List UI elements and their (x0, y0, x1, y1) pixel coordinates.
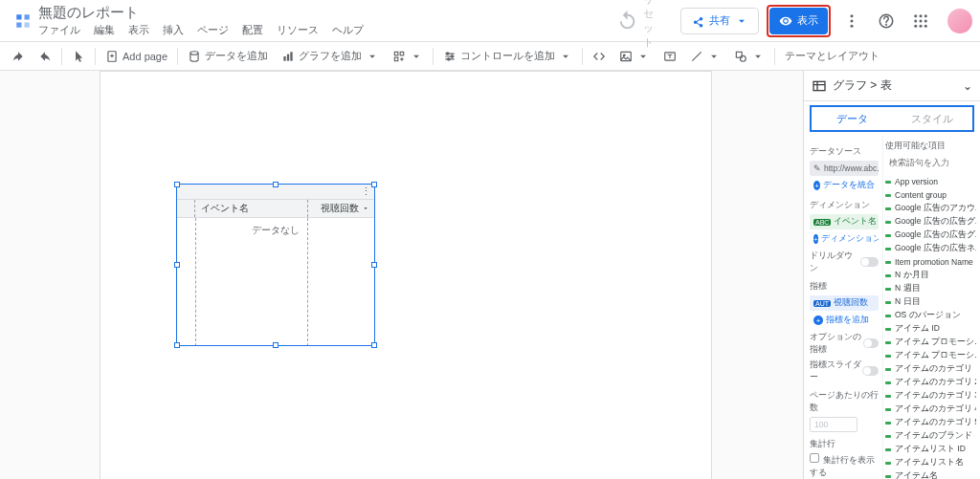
section-rows: ページあたりの行数 (810, 389, 879, 414)
fields-label: 使用可能な項目 (885, 140, 976, 152)
report-title[interactable]: 無題のレポート (38, 4, 364, 22)
svg-rect-25 (394, 57, 398, 61)
resize-handle[interactable] (273, 342, 278, 348)
field-item[interactable]: アイテム プロモーシ... (885, 349, 976, 362)
svg-rect-22 (290, 52, 292, 60)
menu-file[interactable]: ファイル (38, 24, 80, 37)
field-item[interactable]: N 日目 (885, 295, 976, 309)
menu-arrange[interactable]: 配置 (242, 24, 263, 37)
url-embed-button[interactable] (587, 45, 612, 68)
resize-handle[interactable] (174, 342, 180, 348)
undo-button[interactable] (6, 45, 31, 68)
section-summary: 集計行 (810, 438, 879, 450)
add-dimension-button[interactable]: +ディメンションを追加 (810, 231, 879, 247)
svg-point-11 (924, 14, 927, 17)
blend-data-button[interactable]: +データを統合 (810, 178, 879, 193)
field-item[interactable]: Google 広告の広告グ... (885, 215, 976, 229)
show-summary-row[interactable]: 集計行を表示する (810, 453, 879, 479)
field-item[interactable]: N か月目 (885, 269, 976, 282)
main-menu: ファイル 編集 表示 挿入 ページ 配置 リソース ヘルプ (38, 24, 364, 37)
avatar[interactable] (947, 9, 972, 33)
more-options-button[interactable] (838, 8, 865, 34)
field-item[interactable]: Google 広告の広告グ... (885, 229, 976, 242)
field-item[interactable]: アイテムのカテゴリ 3 (885, 389, 976, 403)
tab-style[interactable]: スタイル (892, 107, 972, 130)
svg-point-10 (920, 14, 923, 17)
drilldown-toggle[interactable] (860, 257, 879, 267)
menu-resource[interactable]: リソース (277, 24, 319, 37)
field-item[interactable]: アイテムリスト ID (885, 443, 976, 456)
text-button[interactable] (657, 45, 682, 68)
menu-page[interactable]: ページ (197, 24, 229, 37)
cursor-tool[interactable] (66, 45, 91, 68)
add-control-button[interactable]: コントロールを追加 (437, 45, 578, 68)
table-chart-widget[interactable]: ⋮ イベント名 視聴回数 データなし (176, 184, 375, 346)
help-icon-button[interactable] (873, 8, 900, 34)
field-item[interactable]: アイテムのカテゴリ 4 (885, 403, 976, 416)
menu-view[interactable]: 表示 (128, 24, 149, 37)
field-item[interactable]: Content group (885, 188, 976, 202)
metric-slider-toggle[interactable] (862, 366, 879, 376)
add-page-label: Add page (122, 51, 167, 62)
view-button[interactable]: 表示 (769, 8, 828, 34)
share-button[interactable]: 共有 (680, 8, 759, 34)
panel-title[interactable]: グラフ > 表 ⌄ (804, 71, 980, 101)
view-highlight: 表示 (767, 5, 831, 37)
field-item[interactable]: アイテム ID (885, 322, 976, 336)
menu-edit[interactable]: 編集 (94, 24, 115, 37)
field-search[interactable] (885, 154, 976, 171)
apps-icon-button[interactable] (907, 8, 934, 34)
field-item[interactable]: Item promotion Name (885, 255, 976, 269)
reset-label: リセット (643, 0, 663, 50)
image-button[interactable] (613, 45, 656, 68)
app-header: 無題のレポート ファイル 編集 表示 挿入 ページ 配置 リソース ヘルプ リセ… (0, 0, 980, 42)
field-item[interactable]: アイテムのカテゴリ 5 (885, 416, 976, 429)
resize-handle[interactable] (371, 182, 377, 187)
field-item[interactable]: アイテム名 (885, 469, 976, 479)
dimension-pill[interactable]: ABCイベント名 (810, 214, 879, 229)
add-metric-button[interactable]: +指標を追加 (810, 313, 879, 328)
field-item[interactable]: Google 広告の広告ネ... (885, 242, 976, 255)
menu-insert[interactable]: 挿入 (163, 24, 184, 37)
field-item[interactable]: Google 広告のアカウ... (885, 202, 976, 215)
metric-pill[interactable]: AUT視聴回数 (810, 295, 879, 311)
menu-help[interactable]: ヘルプ (332, 24, 364, 37)
main: ⋮ イベント名 視聴回数 データなし (0, 71, 980, 479)
rows-per-page-input[interactable]: 100 (810, 417, 858, 432)
resize-handle[interactable] (371, 262, 377, 268)
community-viz-button[interactable] (387, 45, 429, 68)
svg-point-28 (448, 57, 450, 59)
add-data-button[interactable]: データを追加 (182, 45, 274, 68)
shape-button[interactable] (728, 45, 770, 68)
field-item[interactable]: アイテムリスト名 (885, 456, 976, 469)
table-icon (812, 78, 827, 94)
theme-layout-button[interactable]: テーマとレイアウト (779, 45, 885, 68)
line-button[interactable] (684, 45, 726, 68)
add-chart-button[interactable]: グラフを追加 (276, 45, 385, 68)
field-item[interactable]: App version (885, 175, 976, 188)
selection-box (176, 184, 375, 346)
opt-metric-toggle[interactable] (863, 338, 879, 348)
canvas[interactable]: ⋮ イベント名 視聴回数 データなし (0, 71, 803, 479)
field-item[interactable]: アイテムのカテゴリ (885, 362, 976, 376)
field-item[interactable]: アイテムのブランド (885, 429, 976, 443)
svg-rect-24 (400, 52, 404, 55)
field-item[interactable]: N 週目 (885, 282, 976, 295)
resize-handle[interactable] (174, 182, 180, 187)
datasource-pill[interactable]: ✎ http://www.abc.co... (810, 161, 879, 176)
resize-handle[interactable] (174, 262, 180, 268)
field-search-input[interactable] (889, 158, 980, 167)
opt-metric-row: オプションの指標 (810, 331, 879, 356)
field-item[interactable]: アイテムのカテゴリ 2 (885, 376, 976, 389)
field-item[interactable]: アイテム プロモーシ... (885, 336, 976, 349)
resize-handle[interactable] (371, 342, 377, 348)
add-page-button[interactable]: Add page (100, 45, 173, 68)
resize-handle[interactable] (273, 182, 278, 187)
tab-data[interactable]: データ (812, 107, 892, 130)
redo-button[interactable] (33, 45, 57, 68)
reset-button[interactable]: リセット (607, 8, 673, 34)
section-dimension: ディメンション (810, 199, 879, 211)
field-item[interactable]: OS のバージョン (885, 309, 976, 322)
svg-point-6 (851, 24, 854, 27)
drilldown-row: ドリルダウン (810, 250, 879, 274)
